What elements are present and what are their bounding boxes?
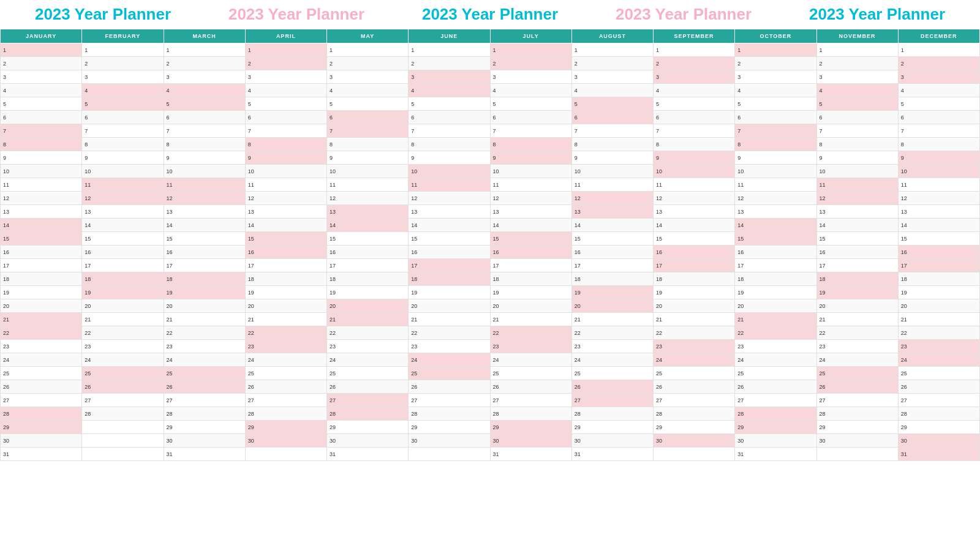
day-cell: 25 — [654, 367, 735, 380]
day-cell: 15 — [409, 232, 490, 246]
day-cell: 27 — [898, 394, 979, 407]
day-cell: 27 — [735, 394, 816, 407]
day-cell: 5 — [1, 97, 82, 111]
day-cell: 4 — [409, 84, 490, 97]
day-cell: 25 — [571, 367, 653, 380]
day-cell: 30 — [409, 434, 490, 448]
day-cell: 2 — [654, 57, 735, 70]
day-cell: 25 — [490, 367, 571, 380]
day-row-23: 232323232323232323232323 — [1, 340, 980, 353]
day-cell: 6 — [490, 111, 571, 124]
day-cell: 17 — [409, 259, 490, 272]
day-cell: 29 — [571, 421, 653, 434]
month-header-september: SEPTEMBER — [654, 29, 735, 43]
day-cell: 22 — [409, 326, 490, 340]
planner-title: 2023 Year Planner — [228, 5, 364, 24]
day-cell: 27 — [654, 394, 735, 407]
day-row-17: 171717171717171717171717 — [1, 259, 980, 272]
day-cell: 9 — [245, 151, 326, 165]
day-cell: 16 — [409, 246, 490, 259]
day-cell: 27 — [82, 394, 164, 407]
day-cell: 12 — [735, 192, 816, 205]
day-cell: 27 — [571, 394, 653, 407]
day-cell: 23 — [327, 340, 409, 353]
day-row-6: 666666666666 — [1, 111, 980, 124]
day-cell: 8 — [164, 138, 245, 151]
day-cell: 9 — [82, 151, 164, 165]
day-cell: 22 — [816, 326, 898, 340]
day-cell: 11 — [571, 178, 653, 192]
day-cell: 15 — [490, 232, 571, 246]
day-cell: 13 — [571, 205, 653, 219]
day-cell: 30 — [245, 434, 326, 448]
day-cell: 4 — [1, 84, 82, 97]
day-cell: 18 — [1, 272, 82, 286]
day-cell: 17 — [245, 259, 326, 272]
day-cell: 3 — [735, 70, 816, 84]
day-cell: 20 — [654, 299, 735, 313]
day-cell: 18 — [735, 272, 816, 286]
day-cell: 17 — [327, 259, 409, 272]
month-header-march: MARCH — [164, 29, 245, 43]
month-header-december: DECEMBER — [898, 29, 979, 43]
day-cell: 21 — [490, 313, 571, 326]
day-cell: 8 — [898, 138, 979, 151]
day-cell: 24 — [245, 353, 326, 367]
day-cell: 17 — [164, 259, 245, 272]
day-cell: 16 — [327, 246, 409, 259]
day-cell: 17 — [490, 259, 571, 272]
day-cell: 8 — [490, 138, 571, 151]
day-cell: 28 — [1, 407, 82, 421]
day-cell: 30 — [327, 434, 409, 448]
day-cell: 2 — [82, 57, 164, 70]
day-cell: 13 — [654, 205, 735, 219]
day-cell: 11 — [1, 178, 82, 192]
day-cell: 17 — [82, 259, 164, 272]
day-cell: 19 — [654, 286, 735, 299]
day-cell: 20 — [898, 299, 979, 313]
day-cell: 29 — [245, 421, 326, 434]
day-cell: 11 — [898, 178, 979, 192]
day-cell: 24 — [82, 353, 164, 367]
day-cell: 20 — [735, 299, 816, 313]
day-cell: 17 — [654, 259, 735, 272]
day-cell: 15 — [164, 232, 245, 246]
day-cell: 9 — [1, 151, 82, 165]
day-cell: 19 — [82, 286, 164, 299]
day-cell: 24 — [816, 353, 898, 367]
day-cell: 16 — [735, 246, 816, 259]
day-cell: 1 — [409, 43, 490, 57]
day-cell: 5 — [735, 97, 816, 111]
day-cell: 11 — [409, 178, 490, 192]
day-row-7: 777777777777 — [1, 124, 980, 138]
day-cell: 18 — [82, 272, 164, 286]
day-cell: 2 — [735, 57, 816, 70]
day-cell: 26 — [327, 380, 409, 394]
day-cell: 12 — [898, 192, 979, 205]
day-cell: 6 — [816, 111, 898, 124]
day-cell: 24 — [1, 353, 82, 367]
day-cell: 27 — [1, 394, 82, 407]
day-cell: 28 — [490, 407, 571, 421]
day-cell: 14 — [898, 219, 979, 232]
day-cell: 10 — [409, 165, 490, 178]
day-row-14: 141414141414141414141414 — [1, 219, 980, 232]
day-row-4: 444444444444 — [1, 84, 980, 97]
day-cell: 1 — [327, 43, 409, 57]
day-row-25: 252525252525252525252525 — [1, 367, 980, 380]
day-cell: 31 — [571, 448, 653, 461]
day-cell: 14 — [327, 219, 409, 232]
day-cell: 13 — [816, 205, 898, 219]
day-cell: 28 — [245, 407, 326, 421]
day-cell: 3 — [654, 70, 735, 84]
day-row-26: 262626262626262626262626 — [1, 380, 980, 394]
day-cell: 30 — [898, 434, 979, 448]
day-cell: 29 — [654, 421, 735, 434]
day-cell: 6 — [735, 111, 816, 124]
day-cell: 29 — [327, 421, 409, 434]
day-row-27: 272727272727272727272727 — [1, 394, 980, 407]
month-header-june: JUNE — [409, 29, 490, 43]
day-cell: 9 — [409, 151, 490, 165]
day-cell: 8 — [1, 138, 82, 151]
day-cell: 5 — [816, 97, 898, 111]
